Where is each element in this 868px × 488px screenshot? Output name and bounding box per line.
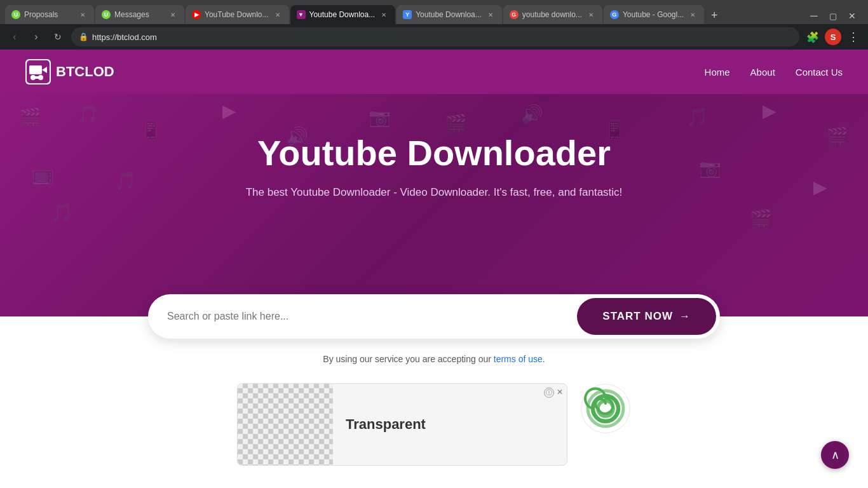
ad-info-icons: ⓘ ✕ bbox=[544, 388, 563, 398]
svg-rect-1 bbox=[29, 65, 42, 74]
terms-prefix: By using our service you are accepting o… bbox=[323, 354, 493, 364]
bg-icon-8: 🔊 bbox=[521, 104, 543, 125]
ad-text: Transparent bbox=[346, 416, 426, 432]
tab-favicon-yt3: Y bbox=[403, 10, 412, 19]
tab-yt3[interactable]: Y Youtube Downloa... ✕ bbox=[397, 5, 502, 24]
search-input[interactable] bbox=[148, 294, 573, 339]
tab-yt1[interactable]: ▶ YouTube Downlo... ✕ bbox=[186, 5, 289, 24]
tab-title-messages: Messages bbox=[114, 10, 164, 19]
website-content: BTCLOD Home About Contact Us 🎬 🎵 📱 ▶ 🔊 📷… bbox=[0, 50, 868, 466]
scroll-to-top-button[interactable]: ∧ bbox=[821, 441, 849, 466]
tab-proposals[interactable]: U Proposals ✕ bbox=[5, 5, 94, 24]
scroll-top-icon: ∧ bbox=[831, 448, 839, 462]
hero-title: Youtube Downloader bbox=[25, 132, 843, 173]
tab-close-yt3[interactable]: ✕ bbox=[485, 10, 496, 20]
logo-icon bbox=[25, 59, 51, 85]
terms-link[interactable]: terms of use bbox=[494, 354, 543, 364]
bg-icon-4: ▶ bbox=[222, 100, 236, 121]
ad-area: ⓘ ✕ Transparent bbox=[212, 383, 656, 466]
tab-yt2[interactable]: ▼ Youtube Downloa... ✕ bbox=[290, 5, 396, 24]
ad-checkerboard-image bbox=[238, 383, 333, 466]
tab-title-yt1: YouTube Downlo... bbox=[205, 10, 269, 19]
browser-toolbar: ‹ › ↻ 🔒 https://btclod.com 🧩 S ⋮ bbox=[0, 24, 868, 50]
bg-icon-7: 🎬 bbox=[445, 113, 467, 134]
search-section: START NOW → bbox=[0, 294, 868, 339]
toolbar-right: 🧩 S ⋮ bbox=[804, 29, 862, 45]
tab-favicon-proposals: U bbox=[11, 10, 20, 19]
profile-button[interactable]: S bbox=[825, 29, 841, 45]
site-nav: BTCLOD Home About Contact Us bbox=[0, 50, 868, 94]
hero-background-pattern: 🎬 🎵 📱 ▶ 🔊 📷 🎬 🔊 📱 🎵 ▶ 🎬 📺 🎵 📷 ▶ 🎵 🎬 bbox=[0, 94, 868, 316]
minimize-button[interactable]: ─ bbox=[806, 8, 822, 24]
tab-title-yt-google: youtube downlo... bbox=[522, 10, 582, 19]
nav-home[interactable]: Home bbox=[705, 67, 730, 78]
hero-subtitle: The best Youtube Downloader - Video Down… bbox=[25, 186, 843, 199]
hero-section: 🎬 🎵 📱 ▶ 🔊 📷 🎬 🔊 📱 🎵 ▶ 🎬 📺 🎵 📷 ▶ 🎵 🎬 Yout… bbox=[0, 94, 868, 316]
reload-button[interactable]: ↻ bbox=[50, 29, 66, 45]
address-bar[interactable]: 🔒 https://btclod.com bbox=[71, 27, 799, 46]
new-tab-button[interactable]: + bbox=[705, 6, 723, 24]
svg-rect-5 bbox=[32, 76, 42, 79]
bg-icon-17: 🎵 bbox=[51, 202, 73, 223]
nav-about[interactable]: About bbox=[750, 67, 775, 78]
tab-title-yt2: Youtube Downloa... bbox=[309, 10, 376, 19]
lock-icon: 🔒 bbox=[79, 32, 88, 41]
tab-favicon-yt1: ▶ bbox=[192, 10, 201, 19]
ad-content: Transparent bbox=[333, 403, 567, 445]
terms-text: By using our service you are accepting o… bbox=[0, 354, 868, 364]
tab-close-yt1[interactable]: ✕ bbox=[273, 10, 283, 20]
logo[interactable]: BTCLOD bbox=[25, 59, 114, 85]
close-window-button[interactable]: ✕ bbox=[844, 8, 860, 24]
bg-icon-18: 🎬 bbox=[750, 208, 772, 229]
tab-close-yt2[interactable]: ✕ bbox=[379, 10, 389, 20]
ad-info-button[interactable]: ⓘ bbox=[544, 388, 554, 398]
tab-title-youtube-google2: Youtube - Googl... bbox=[623, 10, 684, 19]
search-box: START NOW → bbox=[148, 294, 720, 339]
back-button[interactable]: ‹ bbox=[6, 29, 23, 45]
bg-icon-11: ▶ bbox=[763, 100, 776, 121]
tab-youtube-google2[interactable]: G Youtube - Googl... ✕ bbox=[604, 5, 704, 24]
tab-close-messages[interactable]: ✕ bbox=[168, 10, 178, 20]
tab-close-proposals[interactable]: ✕ bbox=[78, 10, 88, 20]
spiral-logo-icon bbox=[580, 383, 631, 434]
bg-icon-1: 🎬 bbox=[19, 107, 41, 128]
terms-suffix: . bbox=[543, 354, 545, 364]
tab-favicon-youtube-google2: G bbox=[610, 10, 619, 19]
tab-title-yt3: Youtube Downloa... bbox=[416, 10, 482, 19]
extensions-button[interactable]: 🧩 bbox=[804, 29, 821, 45]
start-now-arrow: → bbox=[679, 310, 691, 323]
tab-favicon-messages: U bbox=[102, 10, 111, 19]
tab-messages[interactable]: U Messages ✕ bbox=[95, 5, 184, 24]
start-now-button[interactable]: START NOW → bbox=[577, 298, 716, 335]
tab-yt-google[interactable]: G youtube downlo... ✕ bbox=[503, 5, 602, 24]
tab-close-yt-google[interactable]: ✕ bbox=[586, 10, 596, 20]
ad-container: ⓘ ✕ Transparent bbox=[237, 383, 567, 466]
bg-icon-6: 📷 bbox=[369, 107, 391, 128]
logo-text: BTCLOD bbox=[56, 64, 114, 80]
ad-logo-area bbox=[580, 383, 631, 434]
tab-favicon-yt-google: G bbox=[510, 10, 519, 19]
tab-favicon-yt2: ▼ bbox=[297, 10, 306, 19]
browser-chrome: U Proposals ✕ U Messages ✕ ▶ YouTube Dow… bbox=[0, 0, 868, 50]
menu-button[interactable]: ⋮ bbox=[845, 29, 862, 45]
start-now-label: START NOW bbox=[602, 310, 673, 323]
tab-bar: U Proposals ✕ U Messages ✕ ▶ YouTube Dow… bbox=[0, 0, 868, 24]
bg-icon-2: 🎵 bbox=[76, 104, 98, 125]
url-text: https://btclod.com bbox=[92, 32, 792, 42]
tab-close-youtube-google2[interactable]: ✕ bbox=[688, 10, 698, 20]
ad-close-button[interactable]: ✕ bbox=[557, 388, 563, 398]
tab-title-proposals: Proposals bbox=[24, 10, 74, 19]
forward-button[interactable]: › bbox=[28, 29, 44, 45]
nav-contact[interactable]: Contact Us bbox=[796, 67, 843, 78]
maximize-button[interactable]: ▢ bbox=[825, 8, 841, 24]
bg-icon-10: 🎵 bbox=[686, 107, 709, 128]
nav-links: Home About Contact Us bbox=[705, 67, 843, 78]
